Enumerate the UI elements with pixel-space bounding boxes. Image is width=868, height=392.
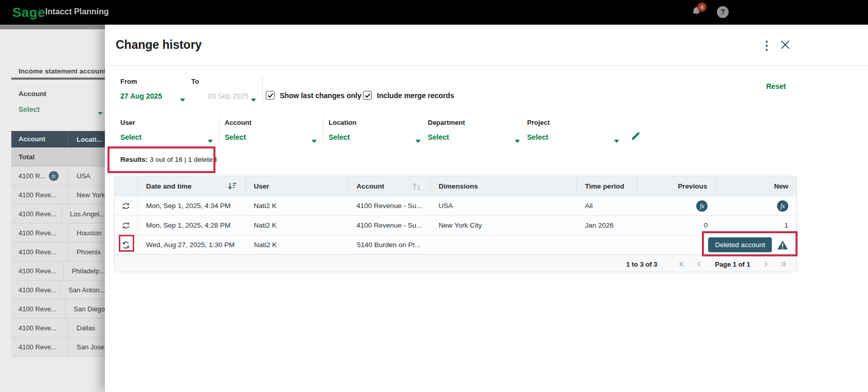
account-cell: 4100 Reve... (11, 319, 68, 338)
account-cell: 4100 R... (19, 172, 46, 180)
change-history-table: Date and time User Account Dimensions Ti… (114, 176, 797, 272)
previous-page-button[interactable] (694, 259, 704, 269)
more-options-button[interactable] (762, 39, 771, 52)
notifications-button[interactable]: 4 (691, 5, 708, 21)
new-cell: 1 (716, 216, 797, 235)
swap-arrows-icon (121, 201, 131, 211)
results-value: 3 out of 16 | 1 deleted (150, 156, 216, 163)
account-filter-label: Account (225, 119, 251, 126)
chevron-down-icon[interactable] (515, 136, 520, 145)
time-period-cell: Jan 2026 (577, 216, 638, 235)
background-table-header: Account Locati... (11, 131, 105, 147)
account-filter-select[interactable]: Select (19, 105, 40, 114)
filter-divider (262, 76, 263, 102)
table-row[interactable]: 4100 R...fx USA (11, 166, 105, 185)
project-filter-select[interactable]: Select (527, 133, 548, 141)
department-filter-label: Department (428, 119, 465, 126)
sort-descending-icon[interactable] (227, 182, 237, 191)
account-cell: 4100 Reve... (11, 338, 68, 357)
table-row[interactable]: 4100 Reve... Dallas (11, 319, 105, 338)
table-row[interactable]: 4100 Reve... New York (11, 185, 105, 204)
screen: Sage Intacct Planning 4 ? Income stateme… (0, 0, 868, 392)
pagination-bar: 1 to 3 of 3 Page 1 of 1 (115, 254, 797, 272)
background-accounts-table: Account Locati... Total 4100 R...fx USA … (11, 131, 105, 357)
logo-divider (39, 7, 40, 18)
col-account[interactable]: Account (348, 176, 430, 196)
dimensions-cell: New York City (430, 216, 577, 235)
col-previous[interactable]: Previous (637, 176, 716, 196)
show-last-changes-checkbox-group[interactable]: Show last changes only (266, 91, 361, 100)
help-button[interactable]: ? (717, 6, 729, 18)
table-row[interactable]: 4100 Reve... Los Angel... (11, 204, 105, 223)
user-cell: Nati2 K (246, 235, 349, 254)
account-cell: 4100 Reve... (11, 262, 64, 281)
checkbox-checked[interactable] (363, 91, 372, 100)
table-row[interactable]: 4100 Reve... Philadelp... (11, 262, 105, 281)
to-date-select[interactable]: 03 Sep 2025 (208, 92, 248, 100)
col-user[interactable]: User (246, 176, 349, 196)
table-row[interactable]: 4100 Reve... San Anton... (11, 281, 105, 300)
next-page-button[interactable] (761, 259, 771, 269)
location-filter-select[interactable]: Select (329, 133, 350, 141)
background-col-account[interactable]: Account (11, 131, 68, 147)
last-page-button[interactable] (778, 259, 788, 269)
close-icon (779, 38, 792, 51)
location-cell: San Jose (68, 343, 104, 351)
chevron-down-icon[interactable] (251, 95, 256, 104)
include-merge-records-label: Include merge records (377, 91, 454, 100)
notification-badge: 4 (697, 3, 707, 12)
dimensions-cell: USA (430, 196, 577, 215)
col-dimensions[interactable]: Dimensions (430, 176, 577, 196)
chevron-right-icon (762, 260, 770, 268)
include-merge-checkbox-group[interactable]: Include merge records (363, 91, 454, 100)
checkbox-checked[interactable] (266, 91, 275, 100)
location-cell: Phoenix (68, 248, 101, 256)
chevron-down-icon[interactable] (208, 136, 213, 145)
chevron-down-icon[interactable] (312, 136, 317, 145)
user-cell: Nati2 K (246, 216, 349, 235)
app-topbar: Sage Intacct Planning 4 ? (0, 0, 868, 25)
project-filter-label: Project (527, 119, 550, 126)
account-cell: 4100 Reve... (11, 242, 68, 262)
table-row[interactable]: 4100 Reve... San Jose (11, 338, 105, 357)
warning-icon (777, 240, 788, 250)
history-row[interactable]: Mon, Sep 1, 2025, 4:34 PM Nati2 K 4100 R… (115, 196, 797, 215)
tab-income-statement-accounts[interactable]: Income statement account (19, 67, 105, 75)
header-divider (105, 65, 868, 66)
account-cell: 4100 Reve... (11, 185, 68, 204)
table-row[interactable]: 4100 Reve... San Diego (11, 300, 105, 319)
close-button[interactable] (779, 38, 793, 52)
reset-button[interactable]: Reset (766, 82, 786, 90)
first-page-button[interactable] (677, 259, 687, 269)
location-filter-label: Location (329, 119, 356, 126)
col-time-period[interactable]: Time period (577, 176, 638, 196)
from-date-select[interactable]: 27 Aug 2025 (120, 92, 162, 100)
account-filter-select[interactable]: Select (225, 133, 246, 141)
background-toolbar-band (0, 25, 105, 29)
checkmark-icon (365, 93, 371, 98)
edit-filters-button[interactable] (630, 130, 641, 143)
results-label: Results: (120, 156, 148, 163)
department-filter-select[interactable]: Select (428, 133, 449, 141)
background-col-location[interactable]: Locati... (68, 136, 102, 143)
chevron-down-icon[interactable] (614, 136, 619, 145)
sort-ascending-icon[interactable] (411, 182, 422, 191)
account-cell: 4100 Reve... (11, 281, 60, 300)
chevron-down-icon[interactable] (180, 95, 185, 104)
table-row[interactable]: 4100 Reve... Phoenix (11, 242, 105, 262)
col-date-and-time[interactable]: Date and time (138, 176, 246, 196)
account-cell: 4100 Reve... (11, 223, 68, 242)
dimensions-cell (431, 235, 577, 254)
formula-icon: fx (696, 200, 708, 212)
user-filter-select[interactable]: Select (120, 133, 141, 141)
col-new[interactable]: New (716, 176, 797, 196)
history-row-deleted[interactable]: Wed, Aug 27, 2025, 1:30 PM Nati2 K 5140 … (115, 235, 797, 254)
date-cell: Mon, Sep 1, 2025, 4:34 PM (138, 196, 246, 215)
chevron-down-icon[interactable] (415, 136, 421, 145)
table-row[interactable]: 4100 Reve... Houston (11, 223, 105, 242)
deleted-account-badge: Deleted account (708, 237, 772, 252)
history-row[interactable]: Mon, Sep 1, 2025, 4:28 PM Nati2 K 4100 R… (115, 215, 797, 235)
history-table-header: Date and time User Account Dimensions Ti… (115, 176, 797, 196)
chevron-down-icon (98, 108, 103, 117)
date-cell: Mon, Sep 1, 2025, 4:28 PM (138, 216, 246, 235)
